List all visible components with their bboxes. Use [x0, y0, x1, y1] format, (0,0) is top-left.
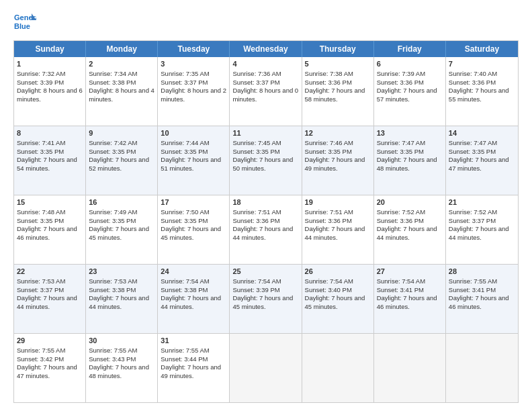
sunset: Sunset: 3:37 PM [17, 286, 83, 295]
sunrise: Sunrise: 7:41 AM [17, 139, 83, 148]
daylight: Daylight: 7 hours and 46 minutes. [17, 225, 83, 242]
calendar-cell: 9Sunrise: 7:42 AMSunset: 3:35 PMDaylight… [86, 126, 158, 195]
svg-text:Blue: Blue [14, 22, 30, 30]
daylight: Daylight: 7 hours and 52 minutes. [89, 156, 154, 173]
weekday-header: Thursday [302, 41, 374, 57]
daylight: Daylight: 7 hours and 45 minutes. [161, 225, 226, 242]
sunrise: Sunrise: 7:52 AM [449, 208, 515, 217]
day-number: 5 [305, 59, 371, 69]
sunset: Sunset: 3:38 PM [89, 286, 154, 295]
calendar-week: 1Sunrise: 7:32 AMSunset: 3:39 PMDaylight… [14, 57, 518, 126]
calendar-cell: 18Sunrise: 7:51 AMSunset: 3:36 PMDayligh… [230, 195, 302, 264]
calendar-cell [302, 334, 374, 402]
sunset: Sunset: 3:35 PM [89, 217, 154, 226]
calendar-week: 15Sunrise: 7:48 AMSunset: 3:35 PMDayligh… [14, 195, 518, 265]
daylight: Daylight: 7 hours and 51 minutes. [161, 156, 226, 173]
daylight: Daylight: 7 hours and 44 minutes. [305, 225, 371, 242]
daylight: Daylight: 7 hours and 47 minutes. [17, 363, 83, 381]
calendar-cell: 31Sunrise: 7:55 AMSunset: 3:44 PMDayligh… [158, 334, 230, 402]
calendar-body: 1Sunrise: 7:32 AMSunset: 3:39 PMDaylight… [14, 57, 518, 402]
sunset: Sunset: 3:44 PM [161, 355, 226, 364]
sunrise: Sunrise: 7:35 AM [161, 70, 226, 79]
day-number: 15 [17, 197, 83, 208]
day-number: 29 [17, 336, 83, 346]
calendar-cell: 13Sunrise: 7:47 AMSunset: 3:35 PMDayligh… [374, 126, 446, 195]
sunset: Sunset: 3:38 PM [161, 286, 226, 295]
sunset: Sunset: 3:38 PM [89, 79, 154, 87]
calendar-cell: 26Sunrise: 7:54 AMSunset: 3:40 PMDayligh… [302, 265, 374, 333]
calendar-cell: 14Sunrise: 7:47 AMSunset: 3:35 PMDayligh… [446, 126, 518, 195]
daylight: Daylight: 7 hours and 55 minutes. [449, 87, 515, 104]
sunset: Sunset: 3:37 PM [161, 79, 226, 87]
day-number: 16 [89, 197, 154, 208]
daylight: Daylight: 7 hours and 57 minutes. [377, 87, 443, 104]
daylight: Daylight: 7 hours and 58 minutes. [305, 87, 371, 104]
sunrise: Sunrise: 7:45 AM [232, 139, 298, 148]
daylight: Daylight: 8 hours and 2 minutes. [161, 87, 226, 104]
sunset: Sunset: 3:39 PM [17, 79, 83, 87]
sunrise: Sunrise: 7:38 AM [305, 70, 371, 79]
sunrise: Sunrise: 7:48 AM [17, 208, 83, 217]
daylight: Daylight: 7 hours and 46 minutes. [377, 294, 443, 312]
day-number: 2 [89, 59, 154, 69]
daylight: Daylight: 7 hours and 49 minutes. [305, 156, 371, 173]
logo-icon: General Blue [13, 11, 36, 34]
sunset: Sunset: 3:36 PM [449, 79, 515, 87]
calendar-cell: 28Sunrise: 7:55 AMSunset: 3:41 PMDayligh… [446, 265, 518, 333]
daylight: Daylight: 7 hours and 54 minutes. [17, 156, 83, 173]
sunrise: Sunrise: 7:51 AM [232, 208, 298, 217]
daylight: Daylight: 7 hours and 44 minutes. [232, 225, 298, 242]
day-number: 3 [161, 59, 226, 69]
calendar-cell [374, 334, 446, 402]
daylight: Daylight: 7 hours and 44 minutes. [17, 294, 83, 312]
day-number: 1 [17, 59, 83, 69]
sunrise: Sunrise: 7:50 AM [161, 208, 226, 217]
sunset: Sunset: 3:41 PM [449, 286, 515, 295]
sunset: Sunset: 3:36 PM [305, 217, 371, 226]
sunrise: Sunrise: 7:55 AM [89, 347, 154, 355]
daylight: Daylight: 7 hours and 47 minutes. [449, 156, 515, 173]
sunset: Sunset: 3:42 PM [17, 355, 83, 364]
calendar-cell: 7Sunrise: 7:40 AMSunset: 3:36 PMDaylight… [446, 57, 518, 126]
day-number: 8 [17, 128, 83, 138]
sunset: Sunset: 3:41 PM [377, 286, 443, 295]
sunrise: Sunrise: 7:34 AM [89, 70, 154, 79]
sunset: Sunset: 3:35 PM [161, 217, 226, 226]
day-number: 21 [449, 197, 515, 208]
day-number: 30 [89, 336, 154, 346]
calendar-cell: 23Sunrise: 7:53 AMSunset: 3:38 PMDayligh… [86, 265, 158, 333]
calendar-cell: 11Sunrise: 7:45 AMSunset: 3:35 PMDayligh… [230, 126, 302, 195]
daylight: Daylight: 8 hours and 0 minutes. [232, 87, 298, 104]
sunrise: Sunrise: 7:54 AM [232, 277, 298, 286]
calendar-page: General Blue SundayMondayTuesdayWednesda… [0, 0, 532, 411]
calendar-cell: 29Sunrise: 7:55 AMSunset: 3:42 PMDayligh… [14, 334, 86, 402]
sunrise: Sunrise: 7:44 AM [161, 139, 226, 148]
day-number: 24 [161, 267, 226, 277]
calendar-header: SundayMondayTuesdayWednesdayThursdayFrid… [14, 41, 518, 57]
sunrise: Sunrise: 7:54 AM [377, 277, 443, 286]
day-number: 22 [17, 267, 83, 277]
day-number: 28 [449, 267, 515, 277]
day-number: 18 [232, 197, 298, 208]
calendar-cell: 22Sunrise: 7:53 AMSunset: 3:37 PMDayligh… [14, 265, 86, 333]
sunset: Sunset: 3:40 PM [305, 286, 371, 295]
sunrise: Sunrise: 7:47 AM [449, 139, 515, 148]
sunset: Sunset: 3:35 PM [17, 217, 83, 226]
sunset: Sunset: 3:35 PM [232, 148, 298, 156]
day-number: 14 [449, 128, 515, 138]
sunrise: Sunrise: 7:55 AM [17, 347, 83, 355]
daylight: Daylight: 7 hours and 45 minutes. [305, 294, 371, 312]
day-number: 31 [161, 336, 226, 346]
calendar-cell: 20Sunrise: 7:52 AMSunset: 3:36 PMDayligh… [374, 195, 446, 264]
sunrise: Sunrise: 7:54 AM [305, 277, 371, 286]
sunrise: Sunrise: 7:39 AM [377, 70, 443, 79]
calendar-cell [446, 334, 518, 402]
calendar-cell: 8Sunrise: 7:41 AMSunset: 3:35 PMDaylight… [14, 126, 86, 195]
sunrise: Sunrise: 7:40 AM [449, 70, 515, 79]
calendar-cell: 19Sunrise: 7:51 AMSunset: 3:36 PMDayligh… [302, 195, 374, 264]
sunrise: Sunrise: 7:55 AM [449, 277, 515, 286]
day-number: 11 [232, 128, 298, 138]
day-number: 19 [305, 197, 371, 208]
weekday-header: Monday [86, 41, 158, 57]
weekday-header: Wednesday [230, 41, 302, 57]
